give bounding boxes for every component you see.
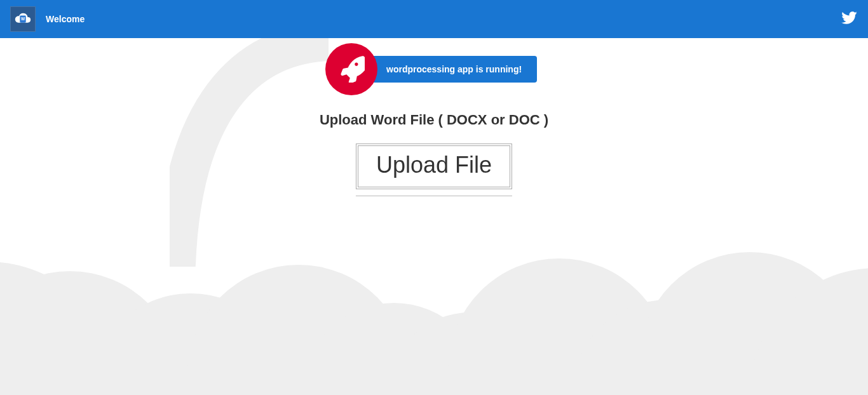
svg-rect-12 <box>0 370 868 395</box>
app-logo: W <box>10 6 36 32</box>
rocket-icon <box>338 56 365 83</box>
svg-text:W: W <box>21 17 25 21</box>
svg-point-9 <box>572 300 763 395</box>
svg-point-7 <box>388 312 553 395</box>
rocket-badge <box>325 43 377 95</box>
top-bar: W Welcome <box>0 0 868 38</box>
svg-point-11 <box>750 268 868 395</box>
svg-point-2 <box>0 262 121 395</box>
upload-section: Upload File <box>356 144 512 196</box>
status-row: wordprocessing app is running! <box>325 43 537 95</box>
twitter-icon <box>841 10 858 26</box>
svg-point-3 <box>0 271 181 395</box>
decorative-arc <box>170 38 329 267</box>
svg-point-10 <box>639 252 861 395</box>
svg-point-5 <box>187 265 410 395</box>
twitter-link[interactable] <box>841 10 858 29</box>
word-cloud-icon: W <box>13 10 32 29</box>
upload-underline <box>356 196 512 196</box>
decorative-clouds <box>0 204 868 395</box>
svg-point-6 <box>302 303 486 395</box>
status-banner: wordprocessing app is running! <box>366 56 537 83</box>
svg-point-4 <box>89 293 292 395</box>
upload-file-button[interactable]: Upload File <box>356 144 512 189</box>
svg-point-8 <box>448 258 670 395</box>
welcome-label: Welcome <box>46 14 85 24</box>
upload-heading: Upload Word File ( DOCX or DOC ) <box>0 112 868 128</box>
